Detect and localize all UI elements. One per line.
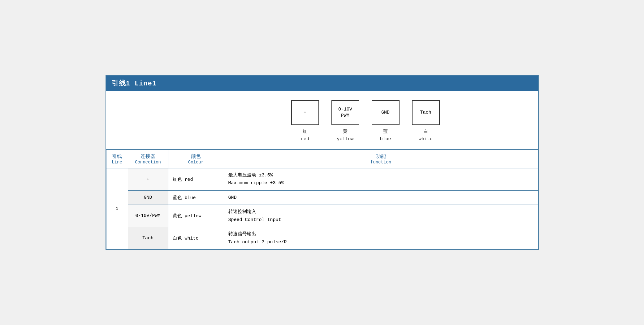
func-ripple-zh: 最大电压波动 ±3.5% bbox=[228, 171, 534, 180]
title-bar: 引线1 Line1 bbox=[106, 76, 538, 91]
header-function: 功能 function bbox=[224, 150, 538, 168]
connector-box-plus: + bbox=[291, 100, 319, 125]
func-gnd-zh: GND bbox=[228, 194, 534, 202]
colour-yellow: 黄色 yellow bbox=[168, 205, 224, 227]
connection-pwm: 0-10V/PWM bbox=[128, 205, 168, 227]
header-conn-en: Connection bbox=[132, 160, 164, 165]
label-yellow: 黄yellow bbox=[331, 128, 359, 143]
connector-labels: 红red 黄yellow 蓝blue 白white bbox=[291, 128, 440, 143]
function-gnd: GND bbox=[224, 190, 538, 205]
table-row: 0-10V/PWM 黄色 yellow 转速控制输入 Speed Control… bbox=[106, 205, 538, 227]
connector-box-tach: Tach bbox=[412, 100, 440, 125]
label-white: 白white bbox=[412, 128, 440, 143]
colour-blue: 蓝色 blue bbox=[168, 190, 224, 205]
connection-plus: + bbox=[128, 168, 168, 191]
line-number: 1 bbox=[106, 168, 128, 249]
colour-white: 白色 white bbox=[168, 227, 224, 249]
table-row: Tach 白色 white 转速信号输出 Tach output 3 pulse… bbox=[106, 227, 538, 249]
table-row: GND 蓝色 blue GND bbox=[106, 190, 538, 205]
header-conn-zh: 连接器 bbox=[132, 153, 164, 160]
header-func-en: function bbox=[228, 160, 534, 165]
func-ripple-en: Maximum ripple ±3.5% bbox=[228, 179, 534, 187]
header-line-zh: 引线 bbox=[111, 153, 123, 160]
label-blue: 蓝blue bbox=[372, 128, 400, 143]
header-colour: 颜色 Colour bbox=[168, 150, 224, 168]
connector-boxes: + 0-10VPWM GND Tach bbox=[291, 100, 440, 125]
data-table: 引线 Line 连接器 Connection 颜色 Colour 功能 func… bbox=[106, 150, 538, 250]
title-text: 引线1 Line1 bbox=[112, 80, 157, 88]
function-speed: 转速控制输入 Speed Control Input bbox=[224, 205, 538, 227]
header-connection: 连接器 Connection bbox=[128, 150, 168, 168]
header-colour-zh: 颜色 bbox=[173, 153, 219, 160]
connector-box-pwm: 0-10VPWM bbox=[331, 100, 359, 125]
table-header-row: 引线 Line 连接器 Connection 颜色 Colour 功能 func… bbox=[106, 150, 538, 168]
connection-tach: Tach bbox=[128, 227, 168, 249]
main-container: 引线1 Line1 + 0-10VPWM GND Tach 红red 黄yell… bbox=[106, 75, 539, 250]
func-tach-en: Tach output 3 pulse/R bbox=[228, 238, 534, 246]
diagram-section: + 0-10VPWM GND Tach 红red 黄yellow 蓝blue 白… bbox=[106, 91, 538, 150]
header-line: 引线 Line bbox=[106, 150, 128, 168]
func-speed-zh: 转速控制输入 bbox=[228, 208, 534, 216]
connector-box-gnd: GND bbox=[372, 100, 400, 125]
function-ripple: 最大电压波动 ±3.5% Maximum ripple ±3.5% bbox=[224, 168, 538, 191]
func-tach-zh: 转速信号输出 bbox=[228, 230, 534, 238]
header-colour-en: Colour bbox=[173, 160, 219, 165]
header-func-zh: 功能 bbox=[228, 153, 534, 160]
label-red: 红red bbox=[291, 128, 319, 143]
header-line-en: Line bbox=[111, 160, 123, 165]
function-tach: 转速信号输出 Tach output 3 pulse/R bbox=[224, 227, 538, 249]
connection-gnd: GND bbox=[128, 190, 168, 205]
func-speed-en: Speed Control Input bbox=[228, 216, 534, 224]
diagram-inner: + 0-10VPWM GND Tach 红red 黄yellow 蓝blue 白… bbox=[291, 100, 440, 143]
table-row: 1 + 红色 red 最大电压波动 ±3.5% Maximum ripple ±… bbox=[106, 168, 538, 191]
colour-red: 红色 red bbox=[168, 168, 224, 191]
